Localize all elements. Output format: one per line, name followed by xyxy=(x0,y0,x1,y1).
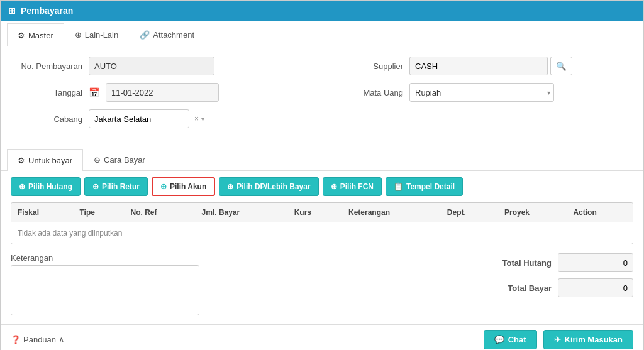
toolbar: ⊕ Pilih Hutang ⊕ Pilih Retur ⊕ Pilih Aku… xyxy=(1,171,643,202)
panduan-chevron-icon: ∧ xyxy=(58,335,65,344)
bottom-section: Keterangan Total Hutang Total Bayar xyxy=(1,244,643,324)
kirim-masukan-button[interactable]: ✈ Kirim Masukan xyxy=(543,330,633,349)
keterangan-label: Keterangan xyxy=(11,253,199,263)
col-jml-bayar: Jml. Bayar xyxy=(196,203,288,222)
panduan-icon: ❓ xyxy=(11,335,21,344)
total-hutang-value xyxy=(558,253,633,272)
col-no-ref: No. Ref xyxy=(125,203,196,222)
data-table: Fiskal Tipe No. Ref Jml. Bayar Kurs Kete… xyxy=(11,203,633,244)
kirim-masukan-label: Kirim Masukan xyxy=(565,335,623,344)
sub-tab-untuk-bayar-icon: ⚙ xyxy=(18,156,25,165)
pilih-hutang-icon: ⊕ xyxy=(19,182,25,191)
pilih-fcn-label: Pilih FCN xyxy=(340,182,374,191)
pilih-hutang-button[interactable]: ⊕ Pilih Hutang xyxy=(11,177,80,196)
sub-tabs: ⚙ Untuk bayar ⊕ Cara Bayar xyxy=(1,146,643,171)
no-pembayaran-row: No. Pembayaran xyxy=(13,57,315,75)
panduan-label: Panduan xyxy=(23,335,56,344)
chat-button[interactable]: 💬 Chat xyxy=(484,330,537,349)
pilih-retur-label: Pilih Retur xyxy=(102,182,140,191)
col-dept: Dept. xyxy=(441,203,498,222)
data-table-container: Fiskal Tipe No. Ref Jml. Bayar Kurs Kete… xyxy=(11,202,633,244)
cabang-row: Cabang × ▾ xyxy=(13,109,315,128)
tab-lain-lain-icon: ⊕ xyxy=(75,30,82,40)
pilih-fcn-icon: ⊕ xyxy=(331,182,337,191)
total-bayar-row: Total Bayar xyxy=(489,278,633,297)
sub-tab-untuk-bayar[interactable]: ⚙ Untuk bayar xyxy=(7,149,83,171)
tab-lain-lain[interactable]: ⊕ Lain-Lain xyxy=(64,23,130,46)
pilih-akun-label: Pilih Akun xyxy=(170,182,206,191)
tab-master-icon: ⚙ xyxy=(18,31,25,40)
pilih-dp-icon: ⊕ xyxy=(227,182,233,191)
tempel-detail-label: Tempel Detail xyxy=(406,182,455,191)
calendar-icon: 📅 xyxy=(89,87,99,97)
cabang-input[interactable] xyxy=(89,109,189,128)
col-keterangan: Keterangan xyxy=(342,203,441,222)
total-hutang-label: Total Hutang xyxy=(489,258,552,268)
table-header-row: Fiskal Tipe No. Ref Jml. Bayar Kurs Kete… xyxy=(11,203,633,222)
window-title: Pembayaran xyxy=(21,6,73,16)
pilih-dp-button[interactable]: ⊕ Pilih DP/Lebih Bayar xyxy=(219,177,318,196)
col-kurs: Kurs xyxy=(288,203,342,222)
cabang-clear-button[interactable]: × xyxy=(194,114,199,123)
tab-attachment-label: Attachment xyxy=(153,30,194,40)
pilih-fcn-button[interactable]: ⊕ Pilih FCN xyxy=(323,177,382,196)
col-proyek: Proyek xyxy=(498,203,567,222)
sub-tab-cara-bayar-icon: ⊕ xyxy=(94,155,101,165)
col-tipe: Tipe xyxy=(74,203,125,222)
kirim-icon: ✈ xyxy=(554,335,561,344)
total-bayar-value xyxy=(558,278,633,297)
mata-uang-label: Mata Uang xyxy=(334,88,403,97)
cabang-dropdown-button[interactable]: ▾ xyxy=(201,116,204,123)
pilih-retur-icon: ⊕ xyxy=(92,182,99,191)
top-tabs: ⚙ Master ⊕ Lain-Lain 🔗 Attachment xyxy=(1,21,643,46)
pilih-dp-label: Pilih DP/Lebih Bayar xyxy=(236,182,310,191)
no-pembayaran-label: No. Pembayaran xyxy=(13,62,82,71)
cabang-label: Cabang xyxy=(13,114,82,124)
tanggal-input[interactable] xyxy=(106,83,219,102)
tab-master[interactable]: ⚙ Master xyxy=(7,23,64,46)
chat-label: Chat xyxy=(508,335,526,344)
col-fiskal: Fiskal xyxy=(11,203,74,222)
tanggal-label: Tanggal xyxy=(13,88,82,97)
tab-master-label: Master xyxy=(28,31,53,40)
title-bar: ⊞ Pembayaran xyxy=(1,1,643,21)
mata-uang-row: Mata Uang Rupiah ▾ xyxy=(334,83,631,102)
totals-group: Total Hutang Total Bayar xyxy=(489,253,633,315)
supplier-row: Supplier 🔍 xyxy=(334,57,631,75)
mata-uang-select[interactable]: Rupiah xyxy=(409,83,554,102)
mata-uang-select-wrap: Rupiah ▾ xyxy=(409,83,554,102)
footer-right: 💬 Chat ✈ Kirim Masukan xyxy=(484,330,633,349)
footer: ❓ Panduan ∧ 💬 Chat ✈ Kirim Masukan xyxy=(1,324,643,350)
sub-tab-untuk-bayar-label: Untuk bayar xyxy=(28,156,72,165)
keterangan-textarea[interactable] xyxy=(11,265,199,315)
pilih-hutang-label: Pilih Hutang xyxy=(28,182,72,191)
supplier-input[interactable] xyxy=(409,57,548,75)
tab-lain-lain-label: Lain-Lain xyxy=(85,30,119,40)
chat-icon: 💬 xyxy=(494,335,504,344)
sub-tab-cara-bayar[interactable]: ⊕ Cara Bayar xyxy=(83,149,156,170)
supplier-search-button[interactable]: 🔍 xyxy=(550,57,572,75)
tab-attachment-icon: 🔗 xyxy=(140,30,150,40)
total-hutang-row: Total Hutang xyxy=(489,253,633,272)
no-pembayaran-input[interactable] xyxy=(89,57,214,75)
tab-attachment[interactable]: 🔗 Attachment xyxy=(129,23,205,46)
search-icon: 🔍 xyxy=(556,62,567,71)
empty-message: Tidak ada data yang diinputkan xyxy=(11,222,633,244)
panduan-button[interactable]: ❓ Panduan ∧ xyxy=(11,335,65,344)
col-action: Action xyxy=(567,203,633,222)
window-icon: ⊞ xyxy=(8,6,16,16)
total-bayar-label: Total Bayar xyxy=(489,283,552,293)
pilih-retur-button[interactable]: ⊕ Pilih Retur xyxy=(84,177,148,196)
pilih-akun-icon: ⊕ xyxy=(160,182,167,191)
tempel-detail-icon: 📋 xyxy=(394,182,403,191)
supplier-wrap: 🔍 xyxy=(409,57,572,75)
table-empty-row: Tidak ada data yang diinputkan xyxy=(11,222,633,244)
form-section: No. Pembayaran Tanggal 📅 Cabang × ▾ xyxy=(1,46,643,146)
sub-tab-cara-bayar-label: Cara Bayar xyxy=(104,155,145,165)
tempel-detail-button[interactable]: 📋 Tempel Detail xyxy=(386,177,463,196)
cabang-wrap: × ▾ xyxy=(89,109,204,128)
supplier-label: Supplier xyxy=(334,62,403,71)
pilih-akun-button[interactable]: ⊕ Pilih Akun xyxy=(152,177,215,196)
keterangan-group: Keterangan xyxy=(11,253,199,315)
tanggal-row: Tanggal 📅 xyxy=(13,83,315,102)
